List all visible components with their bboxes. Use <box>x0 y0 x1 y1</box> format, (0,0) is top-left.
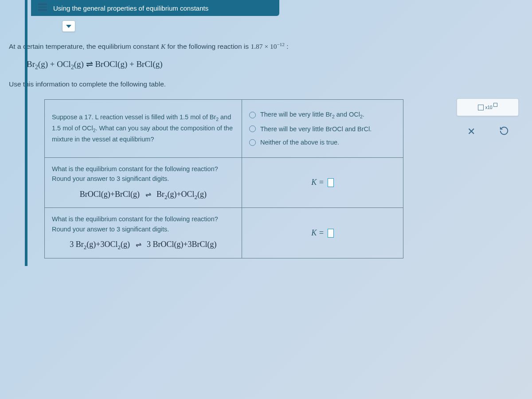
reset-button[interactable] <box>497 124 512 139</box>
row3-prompt: What is the equilibrium constant for the… <box>52 214 235 234</box>
accent-gutter <box>25 0 27 266</box>
tool-panel: x10 ✕ <box>457 98 519 143</box>
k-value: 1.87 × 10 <box>250 43 277 50</box>
row2-equation: BrOCl(g)+BrCl(g) ⇌ Br2(g)+OCl2(g) <box>52 188 235 202</box>
problem-intro: At a certain temperature, the equilibriu… <box>9 40 523 53</box>
k-equals-label: K = <box>311 176 324 189</box>
option-1-label: There will be very little Br2 and OCl2. <box>260 110 364 121</box>
table-row: What is the equilibrium constant for the… <box>45 157 403 208</box>
row3-prompt-cell: What is the equilibrium constant for the… <box>45 208 242 258</box>
main-equation: Br2(g) + OCl2(g) ⇌ BrOCl(g) + BrCl(g) <box>27 59 523 71</box>
radio-icon[interactable] <box>249 125 256 132</box>
k-equals-label: K = <box>311 227 324 239</box>
answer-input[interactable] <box>328 229 334 238</box>
k-exponent: −12 <box>277 42 285 47</box>
row1-prompt-cell: Suppose a 17. L reaction vessel is fille… <box>45 99 242 157</box>
radio-icon[interactable] <box>249 139 256 146</box>
intro-text-c: : <box>285 43 289 50</box>
intro-text-a: At a certain temperature, the equilibriu… <box>9 43 161 50</box>
option-2-label: There will be very little BrOCl and BrCl… <box>260 124 372 134</box>
close-icon: ✕ <box>467 126 475 137</box>
instruction-text: Use this information to complete the fol… <box>9 78 523 90</box>
option-1[interactable]: There will be very little Br2 and OCl2. <box>249 110 396 121</box>
menu-hamburger-icon[interactable] <box>38 4 47 11</box>
scientific-notation-button[interactable]: x10 <box>457 98 519 116</box>
row2-prompt: What is the equilibrium constant for the… <box>52 164 235 184</box>
intro-text-b: for the following reaction is <box>165 43 250 50</box>
chevron-down-icon <box>66 25 71 28</box>
section-title: Using the general properties of equilibr… <box>53 4 208 12</box>
table-row: What is the equilibrium constant for the… <box>45 208 403 258</box>
question-table: Suppose a 17. L reaction vessel is fille… <box>44 99 403 258</box>
row2-answer-cell: K = <box>242 157 403 208</box>
sci-exponent-icon <box>493 103 497 107</box>
answer-input[interactable] <box>328 178 334 187</box>
expand-button[interactable] <box>62 20 75 32</box>
section-header: Using the general properties of equilibr… <box>31 0 279 16</box>
row2-prompt-cell: What is the equilibrium constant for the… <box>45 157 242 208</box>
option-3-label: Neither of the above is true. <box>260 137 339 147</box>
row1-answer-cell: There will be very little Br2 and OCl2. … <box>242 99 403 157</box>
radio-icon[interactable] <box>249 112 256 118</box>
row1-prompt-a: Suppose a 17. L reaction vessel is fille… <box>52 113 216 121</box>
sci-mantissa-icon <box>478 105 484 110</box>
option-3[interactable]: Neither of the above is true. <box>249 137 396 147</box>
table-row: Suppose a 17. L reaction vessel is fille… <box>45 99 403 157</box>
row3-answer-cell: K = <box>242 208 403 258</box>
option-2[interactable]: There will be very little BrOCl and BrCl… <box>249 124 396 134</box>
undo-icon <box>499 126 509 137</box>
row3-equation: 3 Br2(g)+3OCl2(g) ⇌ 3 BrOCl(g)+3BrCl(g) <box>52 239 235 252</box>
sci-x10-label: x10 <box>485 105 492 110</box>
k-symbol: K <box>161 43 165 50</box>
clear-button[interactable]: ✕ <box>464 124 479 139</box>
